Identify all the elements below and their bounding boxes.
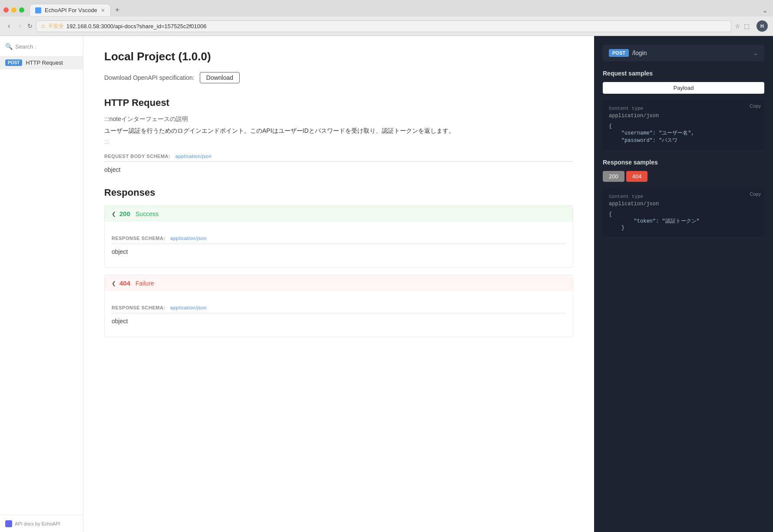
close-traffic-light[interactable] — [3, 7, 9, 13]
endpoint-separator: ::: — [104, 138, 573, 145]
minimize-traffic-light[interactable] — [11, 7, 17, 13]
sidebar: 🔍 Search . POST HTTP Request API docs by… — [0, 36, 83, 532]
response-schema-label-404: RESPONSE SCHEMA: application/json — [112, 305, 566, 310]
search-placeholder: Search . — [15, 43, 36, 50]
response-copy-button[interactable]: Copy — [750, 191, 761, 197]
request-code-block: Content type application/json Copy { "us… — [603, 100, 764, 150]
search-icon: 🔍 — [5, 43, 13, 50]
response-code: { "token": "認証トークン" } — [609, 211, 700, 231]
response-block-200: ❮ 200 Success RESPONSE SCHEMA: applicati… — [104, 205, 573, 268]
download-button[interactable]: Download — [200, 72, 240, 83]
url-text: 192.168.0.58:3000/api-docs?share_id=1575… — [66, 23, 727, 30]
maximize-traffic-light[interactable] — [19, 7, 24, 13]
forward-button[interactable]: › — [16, 20, 23, 32]
refresh-button[interactable]: ↻ — [27, 23, 33, 30]
response-code-404: 404 — [119, 279, 130, 287]
response-samples-title: Response samples — [603, 159, 764, 166]
responses-title: Responses — [104, 187, 573, 198]
endpoint-section: HTTP Request :::noteインターフェースの説明 ユーザー認証を行… — [104, 97, 573, 173]
schema-type: object — [104, 166, 573, 173]
schema-label: REQUEST BODY SCHEMA: application/json — [104, 154, 573, 159]
response-code-200: 200 — [119, 210, 130, 217]
right-panel: POST /login ⌄ Request samples Payload Co… — [594, 36, 773, 532]
request-content-type-label: Content type — [609, 106, 758, 111]
response-type-200: object — [112, 248, 566, 255]
post-badge: POST — [609, 49, 629, 57]
endpoint-desc: ユーザー認証を行うためのログインエンドポイント。このAPIはユーザーIDとパスワ… — [104, 126, 573, 135]
response-code-block: Content type application/json Copy { "to… — [603, 188, 764, 237]
address-bar[interactable]: ⚠ 不安全 192.168.0.58:3000/api-docs?share_i… — [36, 20, 731, 32]
bookmark-icon[interactable]: ☆ — [735, 23, 740, 30]
tab-close-button[interactable]: ✕ — [101, 7, 105, 13]
endpoint-expand-icon[interactable]: ⌄ — [753, 49, 758, 56]
response-content-type-value: application/json — [609, 201, 758, 207]
sidebar-footer: API docs by EchoAPI — [0, 515, 83, 532]
page-title: Local Project (1.0.0) — [104, 50, 573, 63]
sidebar-footer-label: API docs by EchoAPI — [15, 521, 60, 526]
payload-button[interactable]: Payload — [603, 82, 764, 94]
window-expand-button[interactable]: ⌄ — [760, 4, 770, 16]
back-button[interactable]: ‹ — [5, 20, 13, 32]
response-header-404[interactable]: ❮ 404 Failure — [105, 275, 573, 291]
endpoint-title: HTTP Request — [104, 97, 573, 108]
response-msg-404: Failure — [135, 280, 154, 287]
tab-favicon — [35, 7, 41, 13]
response-body-200: RESPONSE SCHEMA: application/json object — [105, 222, 573, 267]
request-samples-title: Request samples — [603, 70, 764, 77]
response-msg-200: Success — [135, 210, 159, 217]
sidebar-nav: POST HTTP Request — [0, 53, 83, 515]
request-code: { "username": "ユーザー名", "password": "パスワ — [609, 123, 694, 144]
response-header-200[interactable]: ❮ 200 Success — [105, 206, 573, 222]
endpoint-header-row: POST /login ⌄ — [603, 45, 764, 61]
spec-label: Download OpenAPI specification: — [104, 74, 195, 81]
sidebar-item-label: HTTP Request — [26, 59, 63, 66]
security-warning-icon: ⚠ — [41, 23, 46, 29]
method-badge-post: POST — [5, 59, 22, 66]
new-tab-button[interactable]: + — [113, 6, 122, 15]
response-tab-200[interactable]: 200 — [603, 171, 624, 182]
request-body-schema-section: REQUEST BODY SCHEMA: application/json ob… — [104, 154, 573, 173]
endpoint-path: /login — [632, 49, 750, 56]
url-warning-text: 不安全 — [48, 23, 64, 30]
extension-icon[interactable]: ⬚ — [744, 23, 750, 30]
response-block-404: ❮ 404 Failure RESPONSE SCHEMA: applicati… — [104, 275, 573, 337]
response-chevron-404: ❮ — [112, 280, 116, 286]
response-type-404: object — [112, 318, 566, 325]
response-content-type-label: Content type — [609, 194, 758, 199]
user-avatar[interactable]: H — [756, 20, 768, 32]
address-action-icons: ☆ ⬚ — [735, 23, 750, 30]
browser-tab[interactable]: EchoAPI For Vscode ✕ — [30, 4, 111, 16]
tab-title: EchoAPI For Vscode — [45, 7, 97, 13]
request-copy-button[interactable]: Copy — [750, 103, 761, 108]
endpoint-note: :::noteインターフェースの説明 — [104, 115, 573, 123]
search-bar[interactable]: 🔍 Search . — [0, 40, 83, 53]
response-body-404: RESPONSE SCHEMA: application/json object — [105, 291, 573, 337]
main-content: Local Project (1.0.0) Download OpenAPI s… — [83, 36, 594, 532]
openapi-spec-row: Download OpenAPI specification: Download — [104, 72, 573, 83]
response-chevron-200: ❮ — [112, 211, 116, 217]
sidebar-item-http-request[interactable]: POST HTTP Request — [0, 56, 83, 69]
response-schema-label-200: RESPONSE SCHEMA: application/json — [112, 236, 566, 241]
request-content-type-value: application/json — [609, 113, 758, 119]
echoapi-logo-icon — [5, 520, 12, 527]
response-sample-tabs: 200 404 — [603, 171, 764, 182]
response-tab-404[interactable]: 404 — [626, 171, 648, 182]
